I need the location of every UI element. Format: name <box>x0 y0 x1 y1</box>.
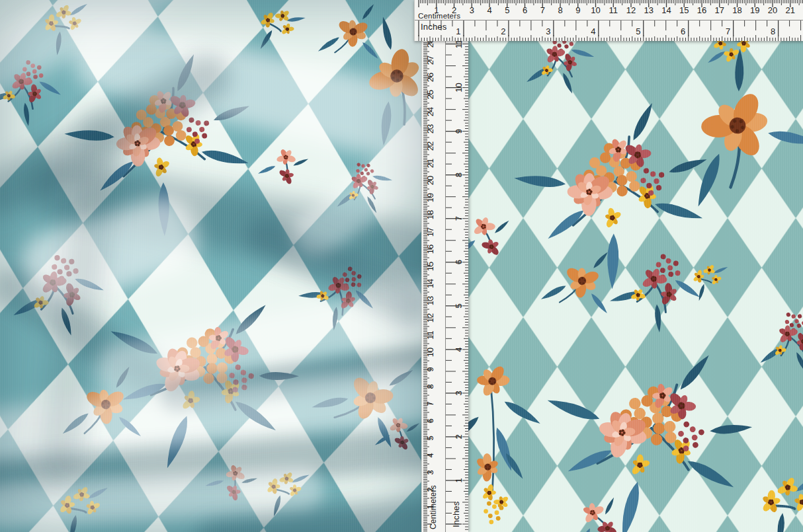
svg-text:18: 18 <box>732 5 741 15</box>
svg-text:23: 23 <box>425 124 435 133</box>
svg-text:5: 5 <box>425 436 435 440</box>
vertical-ruler-centimeters-label: Centimeters <box>429 485 438 529</box>
svg-text:13: 13 <box>644 5 654 15</box>
svg-text:6: 6 <box>425 418 435 423</box>
svg-text:4: 4 <box>591 26 595 36</box>
svg-text:16: 16 <box>697 5 706 15</box>
svg-text:4: 4 <box>425 453 435 457</box>
vertical-ruler: 1234567891011121314151617181920212223242… <box>421 41 468 532</box>
horizontal-ruler: 1234567891011121314151617181920211234567… <box>414 0 803 41</box>
svg-text:2: 2 <box>501 26 505 36</box>
svg-text:15: 15 <box>425 262 435 271</box>
svg-text:24: 24 <box>425 107 435 116</box>
svg-text:19: 19 <box>425 193 435 202</box>
svg-text:15: 15 <box>679 5 689 15</box>
vertical-ruler-ticks: 1234567891011121314151617181920212223242… <box>422 41 468 532</box>
svg-text:18: 18 <box>425 210 435 219</box>
svg-text:17: 17 <box>715 5 724 15</box>
svg-text:27: 27 <box>425 56 435 65</box>
svg-text:12: 12 <box>626 5 636 15</box>
svg-text:7: 7 <box>726 26 730 36</box>
svg-text:6: 6 <box>454 260 464 264</box>
svg-text:8: 8 <box>558 5 562 15</box>
horizontal-ruler-ticks: 1234567891011121314151617181920211234567… <box>415 0 803 41</box>
svg-text:22: 22 <box>425 141 435 151</box>
svg-text:8: 8 <box>771 26 775 36</box>
draped-fabric-photo <box>0 0 421 532</box>
horizontal-ruler-centimeters-label: Centimeters <box>418 12 460 20</box>
horizontal-ruler-inches-label: Inches <box>421 22 447 32</box>
svg-text:8: 8 <box>425 384 435 389</box>
svg-text:14: 14 <box>425 279 435 288</box>
svg-text:5: 5 <box>505 5 509 15</box>
svg-text:26: 26 <box>425 73 435 82</box>
svg-text:10: 10 <box>425 348 435 357</box>
svg-text:9: 9 <box>454 129 464 133</box>
svg-text:5: 5 <box>636 26 640 36</box>
svg-text:3: 3 <box>425 470 435 475</box>
svg-text:11: 11 <box>609 5 618 15</box>
svg-text:25: 25 <box>425 90 435 99</box>
fabric-product-photo: 1234567891011121314151617181920211234567… <box>0 0 803 532</box>
svg-text:4: 4 <box>454 347 464 352</box>
svg-text:21: 21 <box>786 5 795 15</box>
svg-text:10: 10 <box>591 5 600 15</box>
svg-text:9: 9 <box>575 5 580 15</box>
svg-text:19: 19 <box>750 5 759 15</box>
svg-text:12: 12 <box>425 313 435 323</box>
svg-text:4: 4 <box>487 5 491 15</box>
svg-text:11: 11 <box>454 41 464 48</box>
flat-fabric-swatch <box>468 41 803 532</box>
svg-text:20: 20 <box>425 176 435 185</box>
vertical-ruler-inches-label: Inches <box>451 501 461 527</box>
svg-text:11: 11 <box>425 330 435 340</box>
svg-text:21: 21 <box>425 159 435 168</box>
svg-text:16: 16 <box>425 245 435 254</box>
svg-text:6: 6 <box>523 5 527 15</box>
svg-text:17: 17 <box>425 227 435 237</box>
svg-text:10: 10 <box>454 83 464 92</box>
svg-text:3: 3 <box>454 391 464 395</box>
flat-fabric-pattern <box>468 41 803 532</box>
svg-text:7: 7 <box>454 216 464 221</box>
svg-text:7: 7 <box>540 5 545 15</box>
svg-text:1: 1 <box>454 478 464 482</box>
svg-text:13: 13 <box>425 296 435 305</box>
svg-text:8: 8 <box>454 172 464 177</box>
svg-text:5: 5 <box>454 303 464 308</box>
svg-text:2: 2 <box>454 434 464 439</box>
svg-text:3: 3 <box>470 5 474 15</box>
draped-fabric-pattern <box>0 0 421 532</box>
svg-text:20: 20 <box>768 5 777 15</box>
svg-text:3: 3 <box>546 26 550 36</box>
svg-text:6: 6 <box>681 26 685 36</box>
svg-text:1: 1 <box>456 26 460 36</box>
svg-text:7: 7 <box>425 401 435 406</box>
svg-text:28: 28 <box>425 41 435 48</box>
svg-text:9: 9 <box>425 367 435 371</box>
svg-text:14: 14 <box>661 5 671 15</box>
